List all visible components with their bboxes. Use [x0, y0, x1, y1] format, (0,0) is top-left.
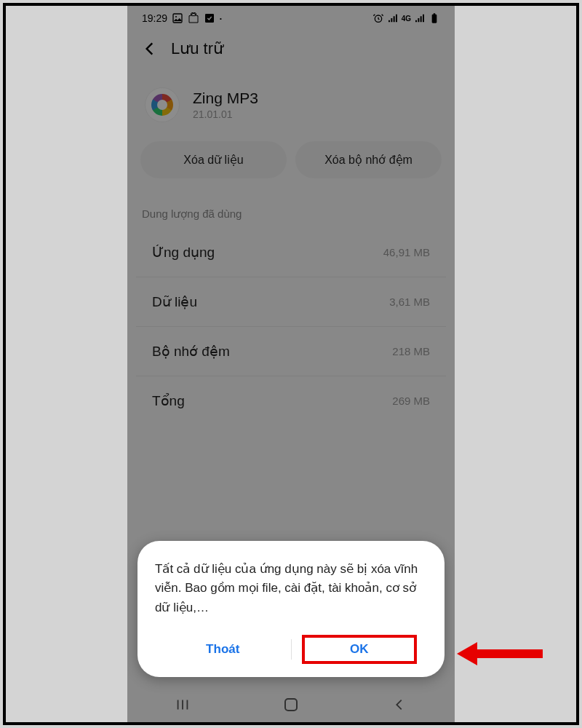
network-4g: 4G	[402, 15, 411, 23]
storage-row: Ứng dụng 46,91 MB	[136, 228, 446, 277]
svg-rect-4	[432, 15, 437, 23]
dialog-ok-button[interactable]: OK	[292, 632, 428, 667]
dialog-message: Tất cả dữ liệu của ứng dụng này sẽ bị xó…	[155, 560, 427, 617]
row-value: 218 MB	[392, 345, 430, 357]
dialog-actions: Thoát OK	[155, 632, 427, 667]
row-label: Tổng	[152, 392, 185, 409]
nav-back-icon[interactable]	[391, 697, 407, 713]
storage-row: Tổng 269 MB	[136, 376, 446, 425]
status-time: 19:29	[142, 12, 167, 24]
action-buttons: Xóa dữ liệu Xóa bộ nhớ đệm	[127, 141, 455, 196]
app-version: 21.01.01	[193, 108, 258, 120]
row-value: 269 MB	[392, 395, 430, 407]
row-label: Ứng dụng	[152, 244, 215, 261]
ok-highlight-box	[302, 635, 418, 664]
dialog-cancel-button[interactable]: Thoát	[155, 632, 291, 667]
back-icon[interactable]	[140, 39, 159, 58]
home-icon[interactable]	[284, 698, 298, 711]
annotation-arrow	[457, 639, 544, 668]
page-title: Lưu trữ	[171, 39, 223, 58]
storage-card: Ứng dụng 46,91 MB Dữ liệu 3,61 MB Bộ nhớ…	[136, 228, 446, 425]
header: Lưu trữ	[127, 31, 455, 67]
status-bar: 19:29 • 4G	[127, 6, 455, 31]
app-info: Zing MP3 21.01.01	[127, 67, 455, 141]
signal2-icon	[414, 12, 426, 24]
svg-rect-2	[205, 14, 214, 23]
svg-rect-5	[434, 13, 436, 15]
app-icon	[145, 87, 180, 122]
alarm-icon	[372, 12, 384, 24]
signal-icon	[387, 12, 399, 24]
storage-row: Dữ liệu 3,61 MB	[136, 277, 446, 327]
row-label: Dữ liệu	[152, 293, 197, 310]
checkbox-icon	[204, 12, 215, 24]
phone-screen: 19:29 • 4G Lưu trữ Zing MP3 21.01.0	[127, 6, 455, 722]
row-value: 3,61 MB	[389, 296, 430, 308]
svg-marker-7	[457, 642, 477, 665]
svg-point-1	[175, 16, 177, 17]
clear-data-button[interactable]: Xóa dữ liệu	[140, 141, 287, 178]
confirm-dialog: Tất cả dữ liệu của ứng dụng này sẽ bị xó…	[137, 541, 445, 677]
section-label: Dung lượng đã dùng	[127, 196, 455, 228]
storage-row: Bộ nhớ đệm 218 MB	[136, 327, 446, 376]
gallery-icon	[172, 12, 183, 24]
battery-icon	[428, 12, 440, 24]
recents-icon[interactable]	[175, 697, 191, 713]
shopping-bag-icon	[188, 12, 199, 24]
svg-rect-0	[173, 14, 182, 23]
status-dot: •	[220, 15, 222, 22]
app-name: Zing MP3	[193, 90, 258, 107]
row-label: Bộ nhớ đệm	[152, 343, 230, 360]
row-value: 46,91 MB	[383, 246, 430, 258]
navigation-bar	[127, 687, 455, 722]
clear-cache-button[interactable]: Xóa bộ nhớ đệm	[295, 141, 442, 178]
